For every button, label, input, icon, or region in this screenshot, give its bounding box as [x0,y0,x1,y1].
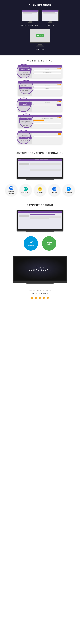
site-images-titlebar [18,99,62,101]
tb-dot2 [20,132,20,133]
sidebar-item-add-language: Add new language [19,74,32,76]
add-plans-btn-mock: Add Plans [36,34,44,37]
payment-laptop-content [18,212,62,221]
seo-save-badge: SAVE [57,84,61,85]
tb-dot2 [20,100,20,100]
laptop-content [18,160,62,172]
coming-soon-content: THEMES COMING SOON... [29,266,51,271]
tb-dot2 [20,66,20,67]
footer-titlebar [18,131,62,133]
newsletter-field: Show Newsletter section [33,118,61,120]
main-row5 [30,170,61,171]
tb-dot3 [20,212,21,212]
section-save-badge: SAVE [57,117,61,118]
site-images-sidebar: Site Images Settings Pre Loader [18,101,32,112]
single-cost-label: Single Cost [46,24,54,26]
sidebar-item-site-color: Site Color [19,124,32,127]
sidebar-item-language-settings: Language Settings [19,68,32,71]
main-row1 [30,162,61,162]
site-name-label: Site Name [33,84,61,86]
svg-text:@: @ [54,188,55,190]
seo-titlebar [18,82,62,84]
add-plans-label: Add Plans [37,48,44,50]
line3 [23,14,35,14]
pre-loader-field: Pre Loader ⬆ [33,102,61,106]
nav-item2 [40,159,43,160]
pre-loader-row: ⬆ [33,104,61,106]
single-cost-monitor-wrap [42,10,59,23]
laptop-base [17,178,63,180]
star-3: ★ [39,296,42,300]
sidebar-item-seo-settings: SEO Settings [19,87,32,89]
payment-laptop-foot [26,232,54,232]
site-name-input [33,86,61,87]
dot1 [23,10,23,11]
language-settings-sidebar: Language Settings Language Add new langu… [18,68,32,78]
sidebar-item-copyright: Copyright Text [19,139,32,142]
tb-dot3 [20,160,21,160]
seo-settings-mockup: Image Settings SEO Settings Site Name Si… [18,81,62,96]
payment-screen-outer [17,210,63,230]
payment-row1 [30,216,61,216]
line2 [23,13,32,14]
payment-sidebar-row3 [19,216,29,217]
aweber-logo: @ AWeber [48,184,60,196]
section-settings-window: Section Settings Show Newsletter section… [18,115,62,128]
laptop-main-content [30,162,61,171]
laptop-sidebar [19,162,29,171]
single-cost-monitor-screen [42,10,59,21]
coming-soon-themes-label: THEMES [29,266,51,268]
payu-label: money [47,244,51,246]
sidebar-item-site-settings: Site Settings [19,134,32,136]
tb-dot3 [21,82,22,83]
line3 [42,14,52,14]
tb-dot1 [18,160,19,160]
site-color-label: Site Color [33,122,61,122]
dot1 [42,10,43,11]
seo-settings-main: Site Name Site Title [32,84,62,96]
language-settings-mockup: Language Settings Language Add new langu… [18,65,62,78]
rate-section: IF YOU LIKE OUR SCRIPT RATE IT 5 STAR ★ … [0,288,80,302]
newsletter-toggle-mock [33,120,44,120]
star-1: ★ [30,296,34,300]
membership-top-bar [22,10,38,12]
single-cost-content-lines [42,12,58,20]
getresponse-label: GetResponse [22,192,30,193]
copyright-field: Copyright Text [33,134,61,137]
section-main: Show Newsletter section Site Color [32,117,62,128]
site-color-field: Site Color [33,122,61,124]
website-section-title: WEBSITE SETTING [2,60,78,62]
add-plans-wrap: Add Plans Add Plans [2,29,78,50]
membership-monitor-stand [28,21,32,22]
coming-soon-base [13,281,67,283]
payu-circle: PayU money [42,236,56,251]
dot3 [44,10,45,11]
line2 [42,13,57,14]
payment-sidebar-active [19,214,29,214]
sidebar-item-pre-loader: Pre Loader [19,106,32,108]
language-field-input [33,70,61,71]
footer-save-badge: SAVE [57,134,61,134]
autoresponder-section: AUTORESPONDER'S INTEGRATION [0,148,80,200]
plan-monitors-row: Membership Subscription [2,10,78,26]
mailchimp-emoji: 🐵 [39,188,41,190]
sidebar-item-language: Language [19,71,32,73]
star-4: ★ [42,296,46,300]
laptop-screen-outer [17,158,63,178]
autoresponder-title: AUTORESPONDER'S INTEGRATION [2,152,78,154]
laptop-titlebar [18,159,62,160]
seo-settings-body: Image Settings SEO Settings Site Name Si… [18,84,62,96]
payment-row2 [30,217,61,218]
language-field-label: Language [33,68,61,70]
single-cost-top-bar [42,10,58,12]
section-sidebar: Section Settings Show Newsletter section… [18,117,32,128]
mailchimp-label: MailChimp [37,192,43,193]
paypal-label: PayPal [28,244,34,246]
section-settings-body: Section Settings Show Newsletter section… [18,117,62,128]
add-language-field-label: Add new language [33,72,61,73]
tb-dot3 [21,116,22,116]
star-2: ★ [34,296,38,300]
payment-laptop-sidebar [19,214,29,220]
site-images-body: Site Images Settings Pre Loader Pre Load… [18,101,62,112]
laptop-screen [18,159,62,177]
